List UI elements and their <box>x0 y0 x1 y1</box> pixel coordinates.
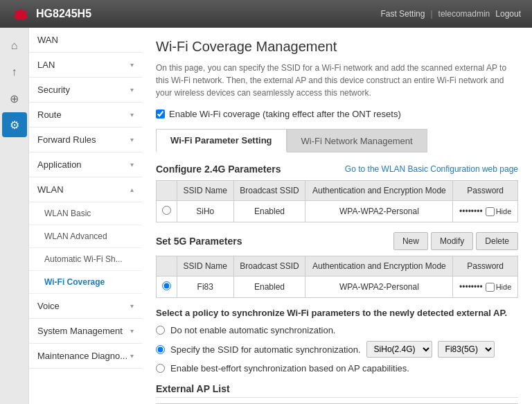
fast-setting-link[interactable]: Fast Setting <box>380 9 425 19</box>
top-header: HG8245H5 Fast Setting | telecomadmin Log… <box>0 0 532 28</box>
enable-wifi-coverage-label: Enable Wi-Fi coverage (taking effect aft… <box>169 109 401 119</box>
hide-password-checkbox[interactable] <box>486 207 495 216</box>
row-5g-auth: WPA-WPA2-Personal <box>305 276 453 298</box>
page-description: On this page, you can specify the SSID f… <box>156 62 518 99</box>
tab-wifi-network-management[interactable]: Wi-Fi Network Management <box>287 129 427 152</box>
section-2g-title: Configure 2.4G Parameters <box>156 164 281 175</box>
sidebar-item-forward-rules-label: Forward Rules <box>37 134 96 145</box>
sidebar-item-security[interactable]: Security ▾ <box>29 78 142 103</box>
sidebar-item-lan[interactable]: LAN ▾ <box>29 53 142 78</box>
enable-wifi-coverage-checkbox[interactable] <box>156 109 165 118</box>
sync-best-effort-label: Enable best-effort synchronization based… <box>170 363 409 374</box>
sidebar-item-maintenance[interactable]: Maintenance Diagno... ▾ <box>29 344 142 369</box>
sidebar-item-wan[interactable]: WAN <box>29 28 142 53</box>
row-2g-password: •••••••• Hide <box>453 201 518 222</box>
section-5g-header: Set 5G Parameters New Modify Delete <box>156 232 518 250</box>
external-ap-section: External AP List Device Model Serial Num… <box>156 383 518 404</box>
sidebar-item-system-management[interactable]: System Management ▾ <box>29 319 142 344</box>
gear-icon[interactable]: ⚙ <box>2 112 27 137</box>
sync-option-best-effort: Enable best-effort synchronization based… <box>156 363 518 374</box>
sync-option-none: Do not enable automatic synchronization. <box>156 325 518 335</box>
tab-bar: Wi-Fi Parameter Setting Wi-Fi Network Ma… <box>156 129 518 152</box>
sidebar-icon-bar: ⌂ ↑ ⊕ ⚙ <box>0 28 29 404</box>
chevron-down-icon: ▾ <box>130 327 134 335</box>
new-button[interactable]: New <box>393 232 428 250</box>
sync-specify-radio[interactable] <box>156 345 165 354</box>
col-2g-broadcast: Broadcast SSID <box>233 181 305 201</box>
sidebar-item-system-management-label: System Management <box>37 326 123 336</box>
row-5g-radio[interactable] <box>162 281 171 290</box>
chevron-down-icon: ▾ <box>130 161 134 168</box>
chevron-down-icon: ▾ <box>130 352 134 360</box>
chevron-up-icon: ▴ <box>130 186 134 193</box>
sidebar-sub-wlan-advanced[interactable]: WLAN Advanced <box>29 225 142 248</box>
sidebar: ⌂ ↑ ⊕ ⚙ WAN LAN ▾ Security ▾ Route ▾ For… <box>0 28 142 404</box>
logout-link[interactable]: Logout <box>495 9 521 19</box>
col-5g-radio <box>157 256 177 276</box>
huawei-logo-icon <box>11 7 30 21</box>
sync-specify-label: Specify the SSID for automatic synchroni… <box>170 344 361 355</box>
section-5g-buttons: New Modify Delete <box>393 232 518 250</box>
col-5g-broadcast: Broadcast SSID <box>233 256 305 276</box>
sidebar-item-forward-rules[interactable]: Forward Rules ▾ <box>29 128 142 152</box>
chevron-down-icon: ▾ <box>130 136 134 143</box>
hide-password-5g-checkbox[interactable] <box>486 283 495 292</box>
hide-label-5g: Hide <box>496 283 512 291</box>
sidebar-item-route[interactable]: Route ▾ <box>29 103 142 128</box>
sync-ssid-24g-select[interactable]: SiHo(2.4G) <box>366 341 432 358</box>
sidebar-sub-wlan-basic[interactable]: WLAN Basic <box>29 202 142 225</box>
chevron-down-icon: ▾ <box>130 111 134 118</box>
sidebar-item-lan-label: LAN <box>37 60 55 70</box>
main-layout: ⌂ ↑ ⊕ ⚙ WAN LAN ▾ Security ▾ Route ▾ For… <box>0 28 532 404</box>
tab-wifi-parameter-setting[interactable]: Wi-Fi Parameter Setting <box>156 129 287 152</box>
row-5g-ssid: Fi83 <box>177 276 234 298</box>
row-2g-broadcast: Enabled <box>233 201 305 222</box>
sidebar-item-route-label: Route <box>37 109 62 120</box>
sidebar-item-application[interactable]: Application ▾ <box>29 152 142 177</box>
sidebar-sub-wifi-coverage[interactable]: Wi-Fi Coverage <box>29 271 142 294</box>
section-2g-header: Configure 2.4G Parameters Go to the WLAN… <box>156 164 518 175</box>
sync-best-effort-radio[interactable] <box>156 364 165 373</box>
chevron-down-icon: ▾ <box>130 302 134 310</box>
sidebar-item-application-label: Application <box>37 159 82 170</box>
sidebar-item-wan-label: WAN <box>37 35 58 45</box>
sidebar-sub-auto-wifi[interactable]: Automatic Wi-Fi Sh... <box>29 248 142 271</box>
globe-icon[interactable]: ⊕ <box>2 86 27 111</box>
sidebar-item-security-label: Security <box>37 85 70 95</box>
sidebar-nav: WAN LAN ▾ Security ▾ Route ▾ Forward Rul… <box>29 28 142 404</box>
main-content: Wi-Fi Coverage Management On this page, … <box>142 28 532 404</box>
row-2g-ssid: SiHo <box>177 201 234 222</box>
row-5g-broadcast: Enabled <box>233 276 305 298</box>
row-2g-auth: WPA-WPA2-Personal <box>305 201 453 222</box>
row-2g-radio[interactable] <box>162 206 171 215</box>
table-2g: SSID Name Broadcast SSID Authentication … <box>156 180 518 222</box>
col-2g-ssid: SSID Name <box>177 181 234 201</box>
col-5g-auth: Authentication and Encryption Mode <box>305 256 453 276</box>
modify-button[interactable]: Modify <box>431 232 473 250</box>
col-5g-password: Password <box>453 256 518 276</box>
wlan-basic-config-link[interactable]: Go to the WLAN Basic Configuration web p… <box>345 164 518 174</box>
home-icon[interactable]: ⌂ <box>2 33 27 58</box>
sync-ssid-5g-select[interactable]: Fi83(5G) <box>438 341 495 358</box>
hide-label: Hide <box>496 207 512 216</box>
table-5g: SSID Name Broadcast SSID Authentication … <box>156 256 518 298</box>
svg-point-0 <box>19 12 23 17</box>
sidebar-item-voice-label: Voice <box>37 301 60 311</box>
sidebar-item-voice[interactable]: Voice ▾ <box>29 294 142 319</box>
sidebar-item-maintenance-label: Maintenance Diagno... <box>37 351 127 361</box>
sync-policy-options: Do not enable automatic synchronization.… <box>156 325 518 374</box>
sync-none-label: Do not enable automatic synchronization. <box>170 325 335 335</box>
section-5g-title: Set 5G Parameters <box>156 236 242 247</box>
upload-icon[interactable]: ↑ <box>2 60 27 85</box>
chevron-down-icon: ▾ <box>130 61 134 69</box>
delete-button[interactable]: Delete <box>476 232 518 250</box>
chevron-down-icon: ▾ <box>130 86 134 94</box>
external-ap-title: External AP List <box>156 383 518 398</box>
sync-none-radio[interactable] <box>156 326 165 335</box>
sidebar-item-wlan-label: WLAN <box>37 184 64 195</box>
col-2g-radio <box>157 181 177 201</box>
header-nav: Fast Setting | telecomadmin Logout <box>380 9 521 19</box>
sidebar-item-wlan[interactable]: WLAN ▴ <box>29 177 142 202</box>
sync-policy-section: Select a policy to synchronize Wi-Fi par… <box>156 308 518 374</box>
enable-checkbox-row: Enable Wi-Fi coverage (taking effect aft… <box>156 109 518 119</box>
